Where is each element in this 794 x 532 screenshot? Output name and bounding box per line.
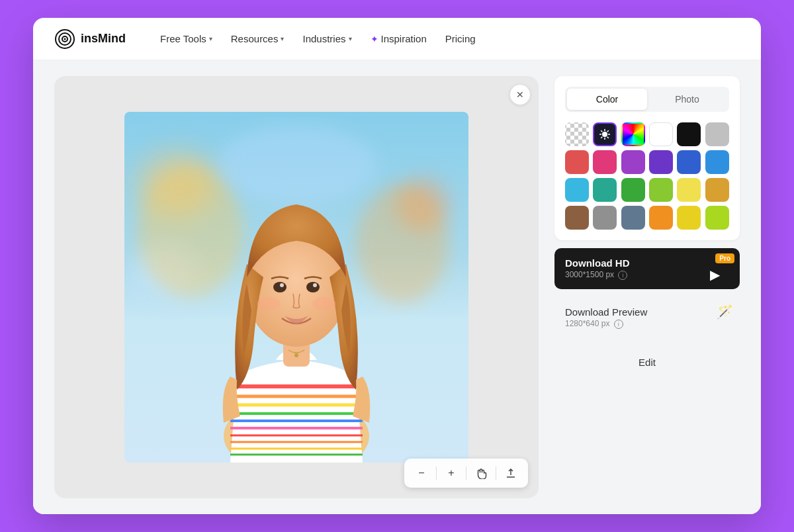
info-icon: i [618, 271, 627, 280]
download-preview-title: Download Preview [565, 306, 729, 318]
nav-free-tools[interactable]: Free Tools ▾ [152, 28, 220, 50]
edit-button[interactable]: Edit [554, 346, 740, 378]
svg-line-23 [607, 137, 609, 138]
svg-point-17 [602, 132, 607, 137]
person-illustration [124, 112, 468, 463]
svg-point-14 [257, 297, 281, 310]
svg-point-10 [273, 282, 287, 292]
svg-point-16 [294, 353, 298, 357]
divider [466, 466, 466, 480]
pro-badge: Pro [715, 253, 734, 263]
sun-icon [598, 128, 611, 141]
tab-color[interactable]: Color [567, 89, 647, 110]
toolbar-bottom: − + [404, 459, 528, 488]
swatch-deep-purple[interactable] [649, 150, 673, 174]
svg-point-4 [138, 165, 243, 297]
swatch-gold[interactable] [705, 178, 729, 202]
divider [496, 466, 496, 480]
swatch-blue[interactable] [677, 150, 701, 174]
close-button[interactable]: ✕ [509, 84, 531, 105]
canvas-area: ✕ [54, 76, 539, 498]
sidebar-panel: Color Photo [554, 76, 740, 498]
swatch-purple[interactable] [621, 150, 645, 174]
swatch-lightgray[interactable] [705, 122, 729, 146]
svg-point-15 [312, 297, 336, 310]
swatch-brown[interactable] [565, 206, 589, 230]
swatch-sky[interactable] [565, 178, 589, 202]
swatch-slate[interactable] [621, 206, 645, 230]
swatch-white[interactable] [649, 122, 673, 146]
nav-pricing[interactable]: Pricing [437, 28, 484, 50]
download-hd-subtitle: 3000*1500 px i [565, 270, 729, 280]
download-preview-button[interactable]: Download Preview 1280*640 px i 🪄 [554, 297, 740, 338]
swatch-light-blue[interactable] [705, 150, 729, 174]
swatch-transparent[interactable] [565, 122, 589, 146]
nav-industries[interactable]: Industries ▾ [294, 28, 359, 50]
nav-items: Free Tools ▾ Resources ▾ Industries ▾ ✦ … [152, 28, 740, 50]
swatch-teal[interactable] [593, 178, 617, 202]
swatch-gradient[interactable] [621, 122, 645, 146]
nav-resources[interactable]: Resources ▾ [223, 28, 292, 50]
swatch-medium-gray[interactable] [593, 206, 617, 230]
svg-line-25 [601, 137, 603, 138]
svg-point-11 [306, 282, 320, 292]
info-icon: i [614, 320, 623, 329]
swatch-chartreuse[interactable] [705, 206, 729, 230]
divider [436, 466, 437, 480]
swatch-pattern-selected[interactable] [593, 122, 617, 146]
tabs-row: Color Photo [565, 87, 729, 112]
nav-inspiration[interactable]: ✦ Inspiration [363, 28, 435, 50]
svg-line-22 [601, 130, 603, 132]
swatch-pink[interactable] [593, 150, 617, 174]
logo-text: insMind [81, 32, 126, 46]
download-preview-subtitle: 1280*640 px i [565, 319, 729, 329]
navigation: insMind Free Tools ▾ Resources ▾ Industr… [33, 18, 761, 60]
download-hd-title: Download HD [565, 257, 729, 269]
color-tab-container: Color Photo [554, 76, 740, 240]
browser-window: insMind Free Tools ▾ Resources ▾ Industr… [33, 18, 761, 514]
hand-tool-button[interactable] [470, 463, 492, 484]
swatch-yellow[interactable] [677, 206, 701, 230]
logo-icon [54, 28, 75, 50]
svg-point-13 [313, 283, 317, 287]
cursor-icon: ▶ [710, 267, 720, 283]
canvas-inner: − + [54, 76, 539, 498]
spark-icon: ✦ [371, 34, 378, 44]
swatch-orange[interactable] [649, 206, 673, 230]
svg-point-12 [280, 283, 284, 287]
logo[interactable]: insMind [54, 28, 126, 50]
main-content: ✕ [33, 60, 761, 514]
svg-point-6 [217, 125, 376, 204]
swatch-lime-green[interactable] [649, 178, 673, 202]
tab-photo[interactable]: Photo [647, 89, 727, 110]
swatch-green[interactable] [621, 178, 645, 202]
upload-button[interactable] [500, 463, 521, 484]
color-grid [565, 122, 729, 230]
svg-point-3 [64, 38, 66, 40]
download-hd-button[interactable]: Download HD 3000*1500 px i Pro ▶ [554, 248, 740, 289]
swatch-black[interactable] [677, 122, 701, 146]
chevron-down-icon: ▾ [209, 35, 212, 42]
zoom-in-button[interactable]: + [441, 463, 462, 484]
wand-icon: 🪄 [717, 304, 733, 320]
chevron-down-icon: ▾ [349, 35, 352, 42]
swatch-red[interactable] [565, 150, 589, 174]
svg-line-24 [607, 130, 609, 132]
swatch-light-yellow[interactable] [677, 178, 701, 202]
svg-point-5 [356, 185, 449, 304]
chevron-down-icon: ▾ [281, 35, 284, 42]
zoom-out-button[interactable]: − [411, 463, 432, 484]
